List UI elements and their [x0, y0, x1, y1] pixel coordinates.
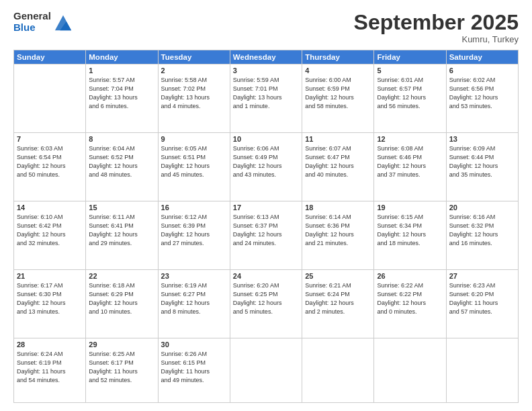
- day-number: 6: [449, 66, 515, 75]
- calendar-cell: 25Sunrise: 6:21 AM Sunset: 6:24 PM Dayli…: [302, 270, 374, 338]
- cell-info: Sunrise: 6:04 AM Sunset: 6:52 PM Dayligh…: [89, 144, 154, 179]
- calendar-cell: 22Sunrise: 6:18 AM Sunset: 6:29 PM Dayli…: [86, 270, 158, 338]
- logo-general: General: [13, 11, 51, 22]
- cell-info: Sunrise: 6:19 AM Sunset: 6:27 PM Dayligh…: [161, 281, 227, 316]
- cell-info: Sunrise: 6:26 AM Sunset: 6:15 PM Dayligh…: [161, 350, 227, 385]
- day-number: 21: [17, 272, 83, 280]
- calendar-week-row: 14Sunrise: 6:10 AM Sunset: 6:42 PM Dayli…: [14, 201, 519, 270]
- weekday-header: Monday: [86, 50, 158, 64]
- calendar-week-row: 28Sunrise: 6:24 AM Sunset: 6:19 PM Dayli…: [14, 338, 519, 403]
- cell-info: Sunrise: 6:15 AM Sunset: 6:34 PM Dayligh…: [377, 213, 443, 248]
- calendar-cell: [14, 64, 86, 133]
- calendar-cell: 7Sunrise: 6:03 AM Sunset: 6:54 PM Daylig…: [14, 133, 86, 201]
- day-number: 15: [89, 203, 154, 212]
- day-number: 16: [161, 203, 227, 212]
- day-number: 27: [449, 272, 515, 280]
- cell-info: Sunrise: 6:17 AM Sunset: 6:30 PM Dayligh…: [17, 281, 83, 316]
- calendar-cell: 15Sunrise: 6:11 AM Sunset: 6:41 PM Dayli…: [86, 201, 158, 270]
- cell-info: Sunrise: 6:23 AM Sunset: 6:20 PM Dayligh…: [449, 281, 515, 316]
- calendar-cell: 11Sunrise: 6:07 AM Sunset: 6:47 PM Dayli…: [302, 133, 374, 201]
- cell-info: Sunrise: 6:14 AM Sunset: 6:36 PM Dayligh…: [305, 213, 371, 248]
- calendar-cell: 12Sunrise: 6:08 AM Sunset: 6:46 PM Dayli…: [374, 133, 446, 201]
- day-number: 20: [449, 203, 515, 212]
- logo-blue: Blue: [13, 22, 51, 34]
- day-number: 30: [161, 340, 227, 349]
- calendar-cell: 3Sunrise: 5:59 AM Sunset: 7:01 PM Daylig…: [230, 64, 302, 133]
- calendar-week-row: 21Sunrise: 6:17 AM Sunset: 6:30 PM Dayli…: [14, 270, 519, 338]
- day-number: 22: [89, 272, 154, 280]
- calendar-cell: 26Sunrise: 6:22 AM Sunset: 6:22 PM Dayli…: [374, 270, 446, 338]
- day-number: 8: [89, 135, 154, 143]
- cell-info: Sunrise: 6:03 AM Sunset: 6:54 PM Dayligh…: [17, 144, 83, 179]
- cell-info: Sunrise: 6:20 AM Sunset: 6:25 PM Dayligh…: [233, 281, 299, 316]
- weekday-header: Tuesday: [158, 50, 230, 64]
- cell-info: Sunrise: 6:06 AM Sunset: 6:49 PM Dayligh…: [233, 144, 299, 179]
- calendar-cell: 16Sunrise: 6:12 AM Sunset: 6:39 PM Dayli…: [158, 201, 230, 270]
- weekday-header: Sunday: [14, 50, 86, 64]
- calendar-cell: 6Sunrise: 6:02 AM Sunset: 6:56 PM Daylig…: [446, 64, 518, 133]
- calendar-cell: 5Sunrise: 6:01 AM Sunset: 6:57 PM Daylig…: [374, 64, 446, 133]
- cell-info: Sunrise: 5:57 AM Sunset: 7:04 PM Dayligh…: [89, 76, 154, 111]
- day-number: 29: [89, 340, 154, 349]
- cell-info: Sunrise: 6:02 AM Sunset: 6:56 PM Dayligh…: [449, 76, 515, 111]
- calendar-cell: 2Sunrise: 5:58 AM Sunset: 7:02 PM Daylig…: [158, 64, 230, 133]
- cell-info: Sunrise: 6:21 AM Sunset: 6:24 PM Dayligh…: [305, 281, 371, 316]
- calendar-cell: 1Sunrise: 5:57 AM Sunset: 7:04 PM Daylig…: [86, 64, 158, 133]
- cell-info: Sunrise: 6:01 AM Sunset: 6:57 PM Dayligh…: [377, 76, 443, 111]
- cell-info: Sunrise: 6:00 AM Sunset: 6:59 PM Dayligh…: [305, 76, 371, 111]
- day-number: 4: [305, 66, 371, 75]
- day-number: 26: [377, 272, 443, 280]
- calendar-week-row: 7Sunrise: 6:03 AM Sunset: 6:54 PM Daylig…: [14, 133, 519, 201]
- calendar-cell: 14Sunrise: 6:10 AM Sunset: 6:42 PM Dayli…: [14, 201, 86, 270]
- logo-text: General Blue: [13, 11, 51, 33]
- weekday-header: Saturday: [446, 50, 518, 64]
- calendar-week-row: 1Sunrise: 5:57 AM Sunset: 7:04 PM Daylig…: [14, 64, 519, 133]
- logo: General Blue: [13, 11, 73, 33]
- day-number: 28: [17, 340, 83, 349]
- header: General Blue September 2025 Kumru, Turke…: [13, 11, 519, 44]
- cell-info: Sunrise: 6:09 AM Sunset: 6:44 PM Dayligh…: [449, 144, 515, 179]
- weekday-header: Thursday: [302, 50, 374, 64]
- calendar-cell: 24Sunrise: 6:20 AM Sunset: 6:25 PM Dayli…: [230, 270, 302, 338]
- calendar-cell: 21Sunrise: 6:17 AM Sunset: 6:30 PM Dayli…: [14, 270, 86, 338]
- cell-info: Sunrise: 6:07 AM Sunset: 6:47 PM Dayligh…: [305, 144, 371, 179]
- day-number: 23: [161, 272, 227, 280]
- calendar-cell: 30Sunrise: 6:26 AM Sunset: 6:15 PM Dayli…: [158, 338, 230, 403]
- calendar-cell: 18Sunrise: 6:14 AM Sunset: 6:36 PM Dayli…: [302, 201, 374, 270]
- day-number: 9: [161, 135, 227, 143]
- day-number: 12: [377, 135, 443, 143]
- calendar-cell: 28Sunrise: 6:24 AM Sunset: 6:19 PM Dayli…: [14, 338, 86, 403]
- day-number: 2: [161, 66, 227, 75]
- day-number: 11: [305, 135, 371, 143]
- calendar-table: SundayMondayTuesdayWednesdayThursdayFrid…: [13, 50, 519, 403]
- calendar-cell: 20Sunrise: 6:16 AM Sunset: 6:32 PM Dayli…: [446, 201, 518, 270]
- day-number: 1: [89, 66, 154, 75]
- cell-info: Sunrise: 6:16 AM Sunset: 6:32 PM Dayligh…: [449, 213, 515, 248]
- page: General Blue September 2025 Kumru, Turke…: [0, 0, 532, 411]
- day-number: 3: [233, 66, 299, 75]
- calendar-cell: 8Sunrise: 6:04 AM Sunset: 6:52 PM Daylig…: [86, 133, 158, 201]
- calendar-cell: 27Sunrise: 6:23 AM Sunset: 6:20 PM Dayli…: [446, 270, 518, 338]
- cell-info: Sunrise: 6:05 AM Sunset: 6:51 PM Dayligh…: [161, 144, 227, 179]
- day-number: 14: [17, 203, 83, 212]
- calendar-cell: 19Sunrise: 6:15 AM Sunset: 6:34 PM Dayli…: [374, 201, 446, 270]
- day-number: 7: [17, 135, 83, 143]
- day-number: 10: [233, 135, 299, 143]
- calendar-cell: 4Sunrise: 6:00 AM Sunset: 6:59 PM Daylig…: [302, 64, 374, 133]
- cell-info: Sunrise: 5:58 AM Sunset: 7:02 PM Dayligh…: [161, 76, 227, 111]
- cell-info: Sunrise: 6:12 AM Sunset: 6:39 PM Dayligh…: [161, 213, 227, 248]
- cell-info: Sunrise: 6:13 AM Sunset: 6:37 PM Dayligh…: [233, 213, 299, 248]
- cell-info: Sunrise: 5:59 AM Sunset: 7:01 PM Dayligh…: [233, 76, 299, 111]
- day-number: 19: [377, 203, 443, 212]
- cell-info: Sunrise: 6:10 AM Sunset: 6:42 PM Dayligh…: [17, 213, 83, 248]
- calendar-cell: 10Sunrise: 6:06 AM Sunset: 6:49 PM Dayli…: [230, 133, 302, 201]
- weekday-header: Wednesday: [230, 50, 302, 64]
- location: Kumru, Turkey: [354, 34, 519, 44]
- calendar-cell: 13Sunrise: 6:09 AM Sunset: 6:44 PM Dayli…: [446, 133, 518, 201]
- day-number: 5: [377, 66, 443, 75]
- cell-info: Sunrise: 6:24 AM Sunset: 6:19 PM Dayligh…: [17, 350, 83, 385]
- calendar-cell: 23Sunrise: 6:19 AM Sunset: 6:27 PM Dayli…: [158, 270, 230, 338]
- day-number: 18: [305, 203, 371, 212]
- day-number: 24: [233, 272, 299, 280]
- calendar-cell: [374, 338, 446, 403]
